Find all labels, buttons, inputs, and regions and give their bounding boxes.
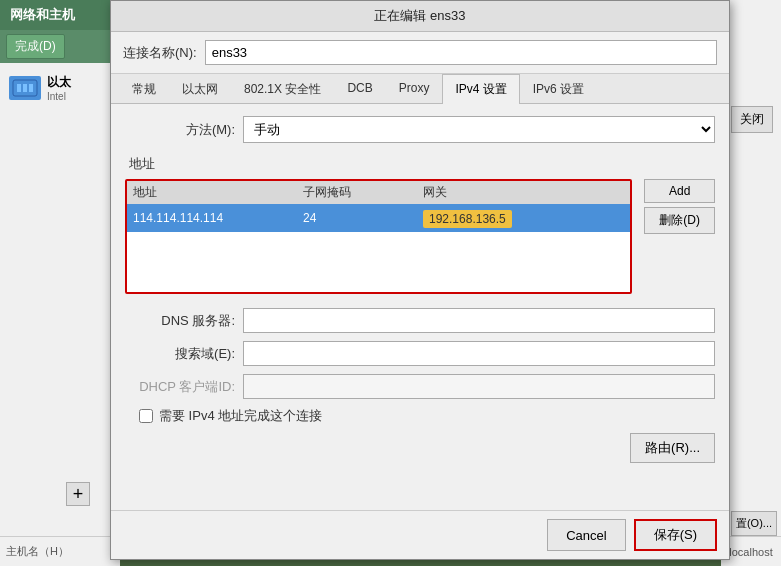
main-dialog: 正在编辑 ens33 连接名称(N): 常规 以太网 802.1X 安全性 DC… (110, 0, 730, 560)
address-action-buttons: Add 删除(D) (638, 179, 715, 234)
route-btn-row: 路由(R)... (125, 433, 715, 463)
add-address-button[interactable]: Add (644, 179, 715, 203)
tab-ethernet[interactable]: 以太网 (169, 74, 231, 104)
tab-general[interactable]: 常规 (119, 74, 169, 104)
connection-name-row: 连接名称(N): (111, 32, 729, 74)
dhcp-row: DHCP 客户端ID: (125, 374, 715, 399)
address-table: 地址 子网掩码 网关 114.114.114.114 24 192.168.13… (125, 179, 632, 294)
method-select[interactable]: 手动 (243, 116, 715, 143)
cancel-button[interactable]: Cancel (547, 519, 625, 551)
bg-right-panel: 关闭 (721, 0, 781, 566)
save-button[interactable]: 保存(S) (634, 519, 717, 551)
method-row: 方法(M): 手动 (125, 116, 715, 143)
col-addr-header: 地址 (133, 184, 303, 201)
tab-ipv6[interactable]: IPv6 设置 (520, 74, 597, 104)
address-table-wrapper: 地址 子网掩码 网关 114.114.114.114 24 192.168.13… (125, 179, 632, 298)
address-section-container: 地址 子网掩码 网关 114.114.114.114 24 192.168.13… (125, 179, 715, 298)
connection-name-input[interactable] (205, 40, 717, 65)
tab-dcb[interactable]: DCB (334, 74, 385, 104)
dialog-footer: Cancel 保存(S) (111, 510, 729, 559)
dns-label: DNS 服务器: (125, 312, 235, 330)
route-button[interactable]: 路由(R)... (630, 433, 715, 463)
svg-rect-1 (17, 84, 21, 92)
search-label: 搜索域(E): (125, 345, 235, 363)
cell-mask-1: 24 (303, 211, 423, 225)
address-section-label: 地址 (129, 155, 715, 173)
gw-highlight: 192.168.136.5 (423, 210, 512, 228)
col-mask-header: 子网掩码 (303, 184, 423, 201)
cell-gw-1: 192.168.136.5 (423, 211, 624, 226)
tabs-bar: 常规 以太网 802.1X 安全性 DCB Proxy IPv4 设置 IPv6… (111, 74, 729, 104)
tab-ipv4[interactable]: IPv4 设置 (442, 74, 519, 104)
bg-title-bar: 网络和主机 (0, 0, 119, 30)
bg-toolbar: 完成(D) (0, 30, 119, 63)
tab-proxy[interactable]: Proxy (386, 74, 443, 104)
close-button-bg[interactable]: 关闭 (731, 106, 773, 133)
ipv4-required-checkbox-row: 需要 IPv4 地址完成这个连接 (139, 407, 715, 425)
dns-input[interactable] (243, 308, 715, 333)
bg-left-panel: 网络和主机 完成(D) 以太 Intel 主机名（H） (0, 0, 120, 566)
bg-bottom-right: localhost (721, 536, 781, 566)
search-input[interactable] (243, 341, 715, 366)
complete-button[interactable]: 完成(D) (6, 34, 65, 59)
dns-row: DNS 服务器: (125, 308, 715, 333)
sidebar-item-ethernet[interactable]: 以太 Intel (5, 68, 114, 108)
hostname-bar: 主机名（H） (0, 536, 120, 566)
address-table-header: 地址 子网掩码 网关 (127, 181, 630, 204)
add-button-bg[interactable]: + (66, 482, 90, 506)
svg-rect-2 (23, 84, 27, 92)
config-button-bg[interactable]: 置(O)... (731, 511, 777, 536)
table-row[interactable]: 114.114.114.114 24 192.168.136.5 (127, 204, 630, 232)
tab-802-1x[interactable]: 802.1X 安全性 (231, 74, 334, 104)
search-domain-row: 搜索域(E): (125, 341, 715, 366)
method-label: 方法(M): (125, 121, 235, 139)
address-empty-space (127, 232, 630, 292)
dhcp-input[interactable] (243, 374, 715, 399)
col-gw-header: 网关 (423, 184, 624, 201)
svg-rect-3 (29, 84, 33, 92)
sidebar-item-text: 以太 Intel (47, 74, 71, 102)
ipv4-required-label: 需要 IPv4 地址完成这个连接 (159, 407, 322, 425)
ipv4-required-checkbox[interactable] (139, 409, 153, 423)
delete-address-button[interactable]: 删除(D) (644, 207, 715, 234)
dialog-titlebar: 正在编辑 ens33 (111, 1, 729, 32)
cell-addr-1: 114.114.114.114 (133, 211, 303, 225)
dhcp-label: DHCP 客户端ID: (125, 378, 235, 396)
connection-name-label: 连接名称(N): (123, 44, 197, 62)
dialog-body: 方法(M): 手动 地址 地址 子网掩码 网关 114.114.1 (111, 104, 729, 510)
bg-sidebar: 以太 Intel (0, 63, 119, 113)
ethernet-icon (9, 76, 41, 100)
